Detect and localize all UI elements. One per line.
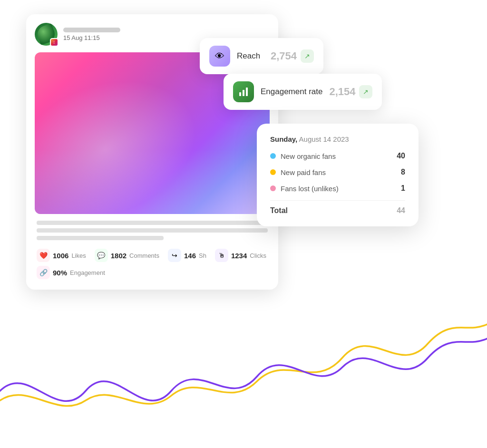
stats-tooltip-card: Sunday, August 14 2023 New organic fans … xyxy=(257,124,419,226)
post-text-preview xyxy=(35,221,270,240)
svg-rect-1 xyxy=(243,90,244,96)
reach-icon: 👁 xyxy=(209,46,230,67)
engagement-count: 90% xyxy=(53,269,67,277)
shares-stat: ↪ 146 Sh xyxy=(168,249,206,262)
engagement-rate-card: Engagement rate 2,154 ↗ xyxy=(224,74,382,110)
instagram-badge:  xyxy=(50,38,58,47)
stats-date: Sunday, August 14 2023 xyxy=(270,135,405,143)
post-timestamp: 15 Aug 11:15 xyxy=(63,34,120,41)
engagement-rate-label: Engagement rate xyxy=(261,87,322,97)
total-value: 44 xyxy=(397,206,405,215)
comments-label: Comments xyxy=(129,252,159,259)
paid-fans-row: New paid fans 8 xyxy=(270,168,405,176)
shares-icon: ↪ xyxy=(168,249,181,262)
paid-fans-value: 8 xyxy=(391,168,405,176)
likes-stat: ❤️ 1006 Likes xyxy=(37,249,86,262)
engagement-rate-trend-icon: ↗ xyxy=(363,88,369,96)
shares-label: Sh xyxy=(199,252,206,259)
engagement-rate-value-wrap: 2,154 ↗ xyxy=(329,85,372,98)
fans-lost-value: 1 xyxy=(391,184,405,193)
engagement-rate-trend-arrow: ↗ xyxy=(359,85,372,98)
clicks-icon: 🖱 xyxy=(215,249,228,262)
reach-trend-arrow: ↗ xyxy=(301,49,314,63)
yellow-wave-line xyxy=(0,324,487,406)
engagement-rate-value: 2,154 xyxy=(329,86,355,98)
organic-fans-value: 40 xyxy=(391,152,405,160)
reach-value-wrap: 2,754 ↗ xyxy=(271,49,314,63)
stats-total-row: Total 44 xyxy=(270,206,405,215)
post-meta: 15 Aug 11:15 xyxy=(63,28,120,41)
purple-wave-line xyxy=(0,339,487,401)
stats-date-prefix: Sunday, xyxy=(270,135,297,143)
paid-fans-dot xyxy=(270,169,276,175)
fans-lost-label: Fans lost (unlikes) xyxy=(281,185,386,193)
clicks-count: 1234 xyxy=(231,252,247,260)
reach-card: 👁 Reach 2,754 ↗ xyxy=(200,38,323,74)
organic-fans-row: New organic fans 40 xyxy=(270,152,405,160)
paid-fans-label: New paid fans xyxy=(281,168,386,176)
comments-icon: 💬 xyxy=(95,249,108,262)
clicks-label: Clicks xyxy=(250,252,266,259)
organic-fans-dot xyxy=(270,153,276,159)
reach-trend-icon: ↗ xyxy=(304,52,310,60)
organic-fans-label: New organic fans xyxy=(281,152,386,160)
engagement-icon: 🔗 xyxy=(37,266,50,279)
engagement-stat: 🔗 90% Engagement xyxy=(37,266,105,279)
bottom-fade xyxy=(0,410,487,448)
engagement-rate-icon xyxy=(233,81,254,102)
clicks-stat: 🖱 1234 Clicks xyxy=(215,249,266,262)
total-label: Total xyxy=(270,206,397,215)
fans-lost-dot xyxy=(270,185,276,191)
reach-value: 2,754 xyxy=(271,50,297,62)
fans-lost-row: Fans lost (unlikes) 1 xyxy=(270,184,405,193)
avatar:  xyxy=(35,23,58,46)
stats-date-value: August 14 2023 xyxy=(299,135,349,143)
shares-count: 146 xyxy=(184,252,196,260)
post-stats: ❤️ 1006 Likes 💬 1802 Comments ↪ 146 Sh 🖱… xyxy=(35,249,270,279)
username-placeholder xyxy=(63,28,120,32)
likes-icon: ❤️ xyxy=(37,249,50,262)
comments-stat: 💬 1802 Comments xyxy=(95,249,159,262)
svg-rect-0 xyxy=(239,92,241,96)
likes-label: Likes xyxy=(71,252,86,259)
likes-count: 1006 xyxy=(53,252,68,260)
engagement-label: Engagement xyxy=(70,269,105,276)
stats-divider xyxy=(270,200,405,201)
svg-rect-2 xyxy=(246,88,248,96)
comments-count: 1802 xyxy=(111,252,127,260)
reach-label: Reach xyxy=(237,51,260,61)
